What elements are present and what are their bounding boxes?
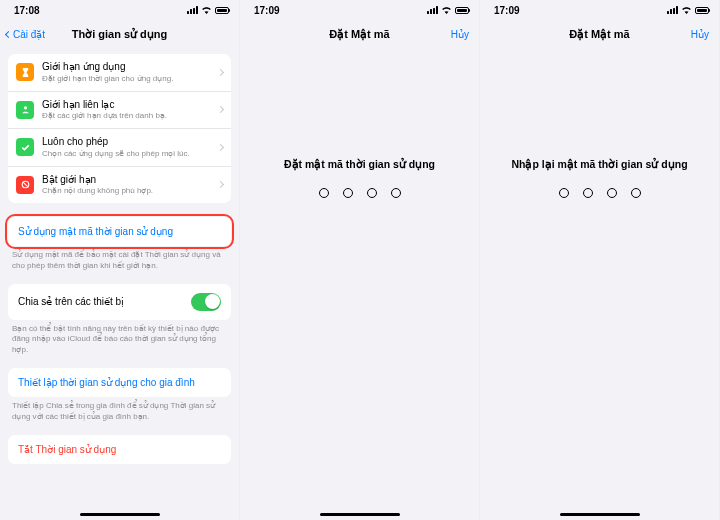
share-label: Chia sẻ trên các thiết bị	[18, 296, 124, 307]
status-time: 17:09	[254, 5, 280, 16]
wifi-icon	[441, 6, 452, 14]
passcode-dot	[319, 188, 329, 198]
row-sub: Chặn nội dung không phù hợp.	[42, 186, 218, 196]
share-row[interactable]: Chia sẻ trên các thiết bị	[8, 284, 231, 320]
svg-point-0	[23, 106, 26, 109]
passcode-dot	[607, 188, 617, 198]
chevron-right-icon	[217, 181, 224, 188]
back-label: Cài đặt	[13, 29, 45, 40]
row-always-allowed[interactable]: Luôn cho phép Chọn các ứng dụng sẽ cho p…	[8, 129, 231, 167]
page-title: Đặt Mật mã	[329, 28, 389, 41]
share-group: Chia sẻ trên các thiết bị	[8, 284, 231, 320]
screen-passcode-set: 17:09 Đặt Mật mã Hủy Đặt mật mã thời gia…	[240, 0, 480, 520]
row-restrictions[interactable]: Bật giới hạn Chặn nội dung không phù hợp…	[8, 167, 231, 204]
back-button[interactable]: Cài đặt	[6, 20, 45, 48]
family-footer: Thiết lập Chia sẻ trong gia đình để sử d…	[0, 397, 239, 423]
row-title: Giới hạn liên lạc	[42, 99, 218, 112]
passcode-dots[interactable]	[319, 188, 401, 198]
passcode-dot	[559, 188, 569, 198]
status-bar: 17:08	[0, 0, 239, 20]
passcode-body: Nhập lại mật mã thời gian sử dụng	[480, 48, 719, 520]
passcode-group: Sử dụng mật mã thời gian sử dụng	[8, 217, 231, 246]
passcode-dot	[583, 188, 593, 198]
contact-icon	[16, 101, 34, 119]
passcode-prompt: Nhập lại mật mã thời gian sử dụng	[511, 158, 687, 170]
passcode-dots[interactable]	[559, 188, 641, 198]
battery-icon	[695, 7, 709, 14]
row-title: Luôn cho phép	[42, 136, 218, 149]
passcode-dot	[343, 188, 353, 198]
nav-bar: Cài đặt Thời gian sử dụng	[0, 20, 239, 48]
status-bar: 17:09	[480, 0, 719, 20]
nav-bar: Đặt Mật mã Hủy	[240, 20, 479, 48]
signal-icon	[187, 6, 198, 14]
wifi-icon	[681, 6, 692, 14]
signal-icon	[427, 6, 438, 14]
screen-passcode-confirm: 17:09 Đặt Mật mã Hủy Nhập lại mật mã thờ…	[480, 0, 720, 520]
passcode-dot	[631, 188, 641, 198]
cancel-button[interactable]: Hủy	[451, 20, 469, 48]
chevron-right-icon	[217, 106, 224, 113]
row-title: Giới hạn ứng dụng	[42, 61, 218, 74]
passcode-dot	[391, 188, 401, 198]
off-group: Tắt Thời gian sử dụng	[8, 435, 231, 464]
screen-settings: 17:08 Cài đặt Thời gian sử dụng Giới hạn…	[0, 0, 240, 520]
status-bar: 17:09	[240, 0, 479, 20]
passcode-prompt: Đặt mật mã thời gian sử dụng	[284, 158, 435, 170]
row-sub: Đặt giới hạn thời gian cho ứng dụng.	[42, 74, 218, 84]
settings-content: Giới hạn ứng dụng Đặt giới hạn thời gian…	[0, 54, 239, 464]
page-title: Đặt Mật mã	[569, 28, 629, 41]
battery-icon	[215, 7, 229, 14]
family-group: Thiết lập thời gian sử dụng cho gia đình	[8, 368, 231, 397]
status-time: 17:09	[494, 5, 520, 16]
passcode-footer: Sử dụng mật mã để bảo mật cài đặt Thời g…	[0, 246, 239, 272]
share-toggle[interactable]	[191, 293, 221, 311]
family-button[interactable]: Thiết lập thời gian sử dụng cho gia đình	[8, 368, 231, 397]
limits-group: Giới hạn ứng dụng Đặt giới hạn thời gian…	[8, 54, 231, 203]
page-title: Thời gian sử dụng	[72, 28, 168, 41]
row-comm-limits[interactable]: Giới hạn liên lạc Đặt các giới hạn dựa t…	[8, 92, 231, 130]
status-time: 17:08	[14, 5, 40, 16]
use-passcode-button[interactable]: Sử dụng mật mã thời gian sử dụng	[8, 217, 231, 246]
no-entry-icon	[16, 176, 34, 194]
cancel-button[interactable]: Hủy	[691, 20, 709, 48]
check-icon	[16, 138, 34, 156]
passcode-dot	[367, 188, 377, 198]
passcode-body: Đặt mật mã thời gian sử dụng	[240, 48, 479, 520]
home-indicator[interactable]	[80, 513, 160, 517]
chevron-right-icon	[217, 69, 224, 76]
nav-bar: Đặt Mật mã Hủy	[480, 20, 719, 48]
chevron-left-icon	[5, 30, 12, 37]
home-indicator[interactable]	[320, 513, 400, 517]
wifi-icon	[201, 6, 212, 14]
row-sub: Đặt các giới hạn dựa trên danh bạ.	[42, 111, 218, 121]
battery-icon	[455, 7, 469, 14]
share-footer: Bạn có thể bật tính năng này trên bất kỳ…	[0, 320, 239, 356]
chevron-right-icon	[217, 144, 224, 151]
row-sub: Chọn các ứng dụng sẽ cho phép mọi lúc.	[42, 149, 218, 159]
row-title: Bật giới hạn	[42, 174, 218, 187]
passcode-highlight: Sử dụng mật mã thời gian sử dụng	[0, 217, 239, 246]
row-app-limits[interactable]: Giới hạn ứng dụng Đặt giới hạn thời gian…	[8, 54, 231, 92]
home-indicator[interactable]	[560, 513, 640, 517]
hourglass-icon	[16, 63, 34, 81]
turn-off-button[interactable]: Tắt Thời gian sử dụng	[8, 435, 231, 464]
signal-icon	[667, 6, 678, 14]
